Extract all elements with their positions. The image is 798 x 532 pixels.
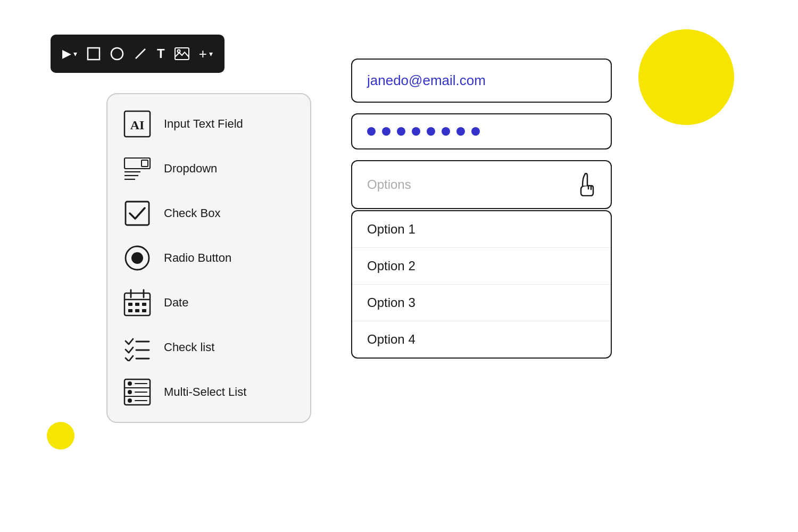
date-icon	[123, 289, 151, 317]
password-dot-1	[367, 127, 376, 136]
svg-rect-20	[135, 303, 139, 306]
check-list-icon	[123, 334, 151, 361]
password-dot-4	[412, 127, 420, 136]
svg-line-2	[136, 49, 145, 59]
dropdown-trigger[interactable]: Options	[351, 160, 612, 209]
password-dot-8	[471, 127, 480, 136]
line-tool[interactable]	[134, 47, 147, 61]
svg-rect-19	[128, 303, 132, 306]
sidebar-item-date[interactable]: Date	[123, 289, 294, 317]
svg-rect-8	[142, 160, 148, 167]
select-chevron: ▾	[73, 49, 77, 58]
svg-rect-24	[142, 309, 146, 312]
sidebar-item-check-box[interactable]: Check Box	[123, 200, 294, 227]
text-tool[interactable]: T	[157, 46, 165, 61]
rectangle-icon	[87, 47, 101, 61]
dropdown-option-2[interactable]: Option 2	[352, 248, 611, 285]
sidebar-item-radio-button[interactable]: Radio Button	[123, 244, 294, 272]
dropdown-option-4[interactable]: Option 4	[352, 321, 611, 358]
email-value: janedo@email.com	[367, 72, 486, 88]
multi-select-list-label: Multi-Select List	[164, 385, 246, 399]
svg-point-31	[128, 381, 132, 386]
sidebar-item-multi-select-list[interactable]: Multi-Select List	[123, 378, 294, 406]
svg-text:AI: AI	[130, 118, 145, 132]
rectangle-tool[interactable]	[87, 47, 101, 61]
image-icon	[174, 47, 189, 60]
sidebar-item-input-text-field[interactable]: AI Input Text Field	[123, 110, 294, 138]
svg-rect-21	[142, 303, 146, 306]
svg-point-14	[131, 252, 143, 264]
svg-rect-3	[175, 48, 189, 60]
text-icon: T	[157, 46, 165, 61]
sidebar-item-dropdown[interactable]: Dropdown	[123, 155, 294, 182]
image-tool[interactable]	[174, 47, 189, 60]
password-dot-3	[397, 127, 405, 136]
password-dot-7	[456, 127, 465, 136]
check-box-icon	[123, 200, 151, 227]
input-text-field-icon: AI	[123, 110, 151, 138]
dropdown-list: Option 1 Option 2 Option 3 Option 4	[351, 210, 612, 359]
radio-button-label: Radio Button	[164, 251, 231, 265]
input-text-field-label: Input Text Field	[164, 117, 243, 131]
add-chevron: ▾	[209, 49, 213, 58]
dropdown-placeholder-text: Options	[367, 177, 411, 192]
toolbar: ▶ ▾ T + ▾	[51, 35, 225, 73]
line-icon	[134, 47, 147, 61]
svg-point-1	[111, 48, 123, 60]
svg-rect-22	[128, 309, 132, 312]
svg-point-33	[128, 398, 132, 403]
dropdown-option-3[interactable]: Option 3	[352, 285, 611, 321]
right-panel: janedo@email.com Options	[351, 59, 612, 359]
select-tool[interactable]: ▶ ▾	[62, 47, 77, 61]
svg-point-4	[177, 50, 180, 53]
check-box-label: Check Box	[164, 206, 220, 220]
sidebar-panel: AI Input Text Field Dropdown Check Box	[106, 93, 311, 423]
password-field[interactable]	[351, 113, 612, 149]
dropdown-container: Options Option 1 Option 2	[351, 160, 612, 359]
circle-icon	[110, 47, 124, 61]
cursor-icon	[576, 173, 596, 196]
password-dot-2	[382, 127, 390, 136]
add-tool[interactable]: + ▾	[199, 46, 213, 62]
date-label: Date	[164, 296, 188, 310]
yellow-circle-small	[47, 422, 74, 450]
dropdown-label: Dropdown	[164, 162, 217, 176]
password-dot-5	[427, 127, 435, 136]
email-field[interactable]: janedo@email.com	[351, 59, 612, 103]
check-list-label: Check list	[164, 340, 214, 354]
svg-point-32	[128, 390, 132, 394]
password-dot-6	[442, 127, 450, 136]
multi-select-list-icon	[123, 378, 151, 406]
svg-rect-0	[88, 48, 99, 60]
circle-tool[interactable]	[110, 47, 124, 61]
select-icon: ▶	[62, 47, 71, 61]
dropdown-icon	[123, 155, 151, 182]
svg-rect-23	[135, 309, 139, 312]
sidebar-item-check-list[interactable]: Check list	[123, 334, 294, 361]
yellow-circle-large	[638, 29, 734, 125]
add-icon: +	[199, 46, 207, 62]
radio-button-icon	[123, 244, 151, 272]
dropdown-option-1[interactable]: Option 1	[352, 211, 611, 248]
